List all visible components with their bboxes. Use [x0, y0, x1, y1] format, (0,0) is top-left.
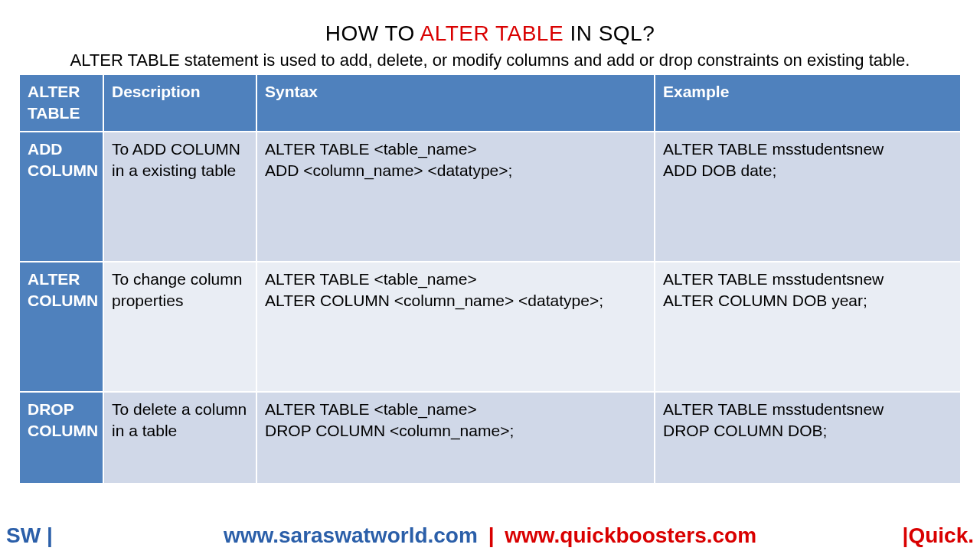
- page-title: HOW TO ALTER TABLE IN SQL?: [0, 0, 980, 46]
- page-subtitle: ALTER TABLE statement is used to add, de…: [0, 46, 980, 73]
- cell-syntax: ALTER TABLE <table_name> DROP COLUMN <co…: [256, 392, 655, 484]
- header-syntax: Syntax: [256, 74, 655, 132]
- footer-link-quickboosters: www.quickboosters.com: [505, 523, 756, 547]
- footer-right: |Quick.: [903, 523, 975, 548]
- footer-separator: |: [484, 523, 499, 547]
- table-row: ADD COLUMN To ADD COLUMN in a existing t…: [19, 132, 961, 262]
- table-header-row: ALTER TABLE Description Syntax Example: [19, 74, 961, 132]
- title-part1: HOW TO: [325, 21, 420, 45]
- title-part2: ALTER TABLE: [420, 21, 564, 45]
- alter-table-reference: ALTER TABLE Description Syntax Example A…: [18, 73, 962, 484]
- row-label-alter-column: ALTER COLUMN: [19, 262, 103, 392]
- cell-syntax: ALTER TABLE <table_name> ALTER COLUMN <c…: [256, 262, 655, 392]
- table-row: ALTER COLUMN To change column properties…: [19, 262, 961, 392]
- cell-example: ALTER TABLE msstudentsnew ALTER COLUMN D…: [655, 262, 961, 392]
- table-row: DROP COLUMN To delete a column in a tabl…: [19, 392, 961, 484]
- cell-description: To change column properties: [103, 262, 256, 392]
- title-part3: IN SQL?: [564, 21, 655, 45]
- header-example: Example: [655, 74, 961, 132]
- header-alter-table: ALTER TABLE: [19, 74, 103, 132]
- cell-syntax: ALTER TABLE <table_name> ADD <column_nam…: [256, 132, 655, 262]
- cell-example: ALTER TABLE msstudentsnew DROP COLUMN DO…: [655, 392, 961, 484]
- cell-description: To ADD COLUMN in a existing table: [103, 132, 256, 262]
- footer-link-saraswat: www.saraswatworld.com: [224, 523, 478, 547]
- row-label-drop-column: DROP COLUMN: [19, 392, 103, 484]
- header-description: Description: [103, 74, 256, 132]
- footer-center: www.saraswatworld.com | www.quickbooster…: [224, 523, 756, 548]
- cell-example: ALTER TABLE msstudentsnew ADD DOB date;: [655, 132, 961, 262]
- row-label-add-column: ADD COLUMN: [19, 132, 103, 262]
- footer-left: SW |: [5, 523, 53, 548]
- cell-description: To delete a column in a table: [103, 392, 256, 484]
- footer: SW | www.saraswatworld.com | www.quickbo…: [0, 523, 980, 548]
